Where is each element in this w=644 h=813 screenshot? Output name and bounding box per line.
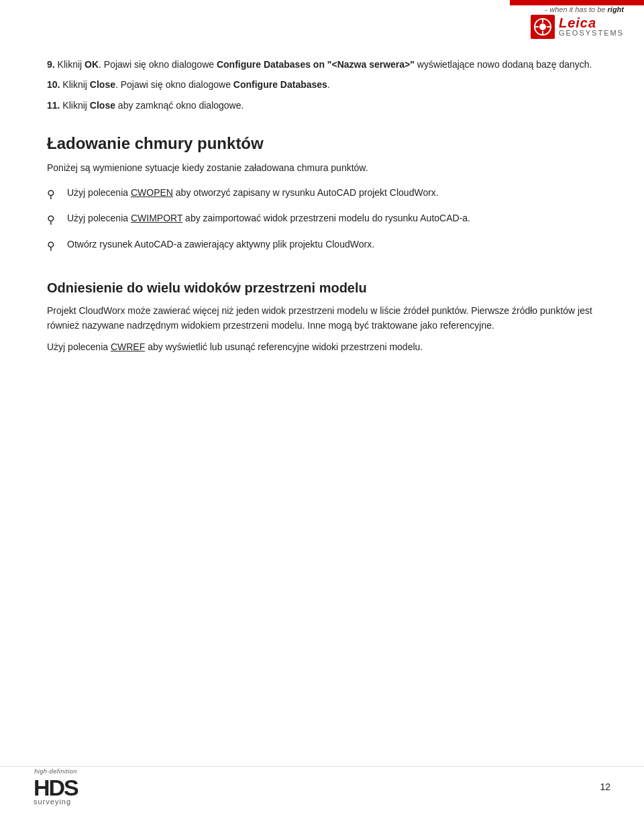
footer-surveying: surveying: [34, 798, 71, 806]
cwref-link: CWREF: [111, 341, 145, 352]
cwimport-link: CWIMPORT: [131, 213, 182, 223]
leica-icon: [531, 15, 555, 39]
main-content: 9. Kliknij OK. Pojawi się okno dialogowe…: [0, 37, 644, 375]
header-red-accent: [510, 0, 644, 5]
list-item: ⚲ Otwórz rysunek AutoCAD-a zawierający a…: [47, 237, 597, 255]
bullet-text-3: Otwórz rysunek AutoCAD-a zawierający akt…: [67, 237, 597, 252]
bullet-icon-1: ⚲: [47, 186, 62, 203]
cwref-line: Użyj polecenia CWREF aby wyświetlić lub …: [47, 339, 597, 354]
footer-hds: HDS surveying: [34, 776, 78, 806]
step-9: 9. Kliknij OK. Pojawi się okno dialogowe…: [47, 57, 597, 72]
footer-page-number: 12: [600, 781, 610, 792]
footer-hd-label: high-definition: [34, 768, 77, 775]
section1-intro: Poniżej są wymienione sytuacje kiedy zos…: [47, 160, 597, 175]
list-item: ⚲ Użyj polecenia CWOPEN aby otworzyć zap…: [47, 185, 597, 203]
footer: high-definition HDS surveying 12: [0, 766, 644, 813]
section2-heading: Odniesienie do wielu widoków przestrzeni…: [47, 279, 597, 296]
footer-logo: high-definition HDS surveying: [34, 768, 78, 806]
bullet-text-1: Użyj polecenia CWOPEN aby otworzyć zapis…: [67, 185, 597, 200]
header-logo-area: - when it has to be right Leica Geosyste…: [531, 5, 624, 39]
svg-point-1: [539, 23, 546, 30]
bullet-icon-2: ⚲: [47, 211, 62, 229]
section2-intro: Projekt CloudWorx może zawierać więcej n…: [47, 303, 597, 333]
bullet-text-2: Użyj polecenia CWIMPORT aby zaimportować…: [67, 211, 597, 225]
header-tagline: - when it has to be right: [545, 5, 624, 13]
step-10: 10. Kliknij Close. Pojawi się okno dialo…: [47, 77, 597, 92]
bullet-list: ⚲ Użyj polecenia CWOPEN aby otworzyć zap…: [47, 185, 597, 255]
section1-heading: Ładowanie chmury punktów: [47, 133, 597, 154]
header: - when it has to be right Leica Geosyste…: [0, 0, 644, 37]
leica-logo: Leica Geosystems: [531, 15, 624, 39]
bullet-icon-3: ⚲: [47, 237, 62, 255]
cwopen-link: CWOPEN: [131, 187, 173, 198]
leica-text: Leica Geosystems: [559, 16, 624, 37]
step-11: 11. Kliknij Close aby zamknąć okno dialo…: [47, 98, 597, 113]
hds-text: HDS: [34, 776, 78, 799]
list-item: ⚲ Użyj polecenia CWIMPORT aby zaimportow…: [47, 211, 597, 229]
